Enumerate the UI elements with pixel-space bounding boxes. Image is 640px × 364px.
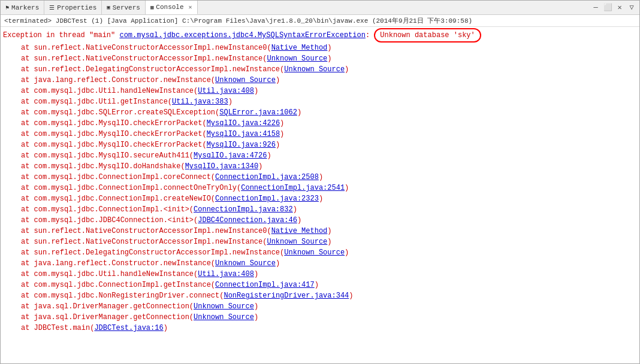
tab-console-label: Console [156, 4, 183, 11]
stack-line-22: at com.mysql.jdbc.Util.handleNewInstance… [3, 269, 637, 280]
console-icon: ▦ [150, 4, 153, 11]
terminated-bar: <terminated> JDBCTest (1) [Java Applicat… [1, 15, 639, 27]
eclipse-window: ⚑ Markers ☰ Properties ▣ Servers ▦ Conso… [0, 0, 640, 364]
stack-line-13: at com.mysql.jdbc.ConnectionImpl.coreCon… [3, 172, 637, 183]
markers-icon: ⚑ [5, 4, 9, 11]
stack-line-10: at com.mysql.jdbc.MysqlIO.checkErrorPack… [3, 139, 637, 150]
stack-line-23: at com.mysql.jdbc.ConnectionImpl.getInst… [3, 280, 637, 290]
stack-line-7: at com.mysql.jdbc.SQLError.createSQLExce… [3, 107, 637, 118]
stack-line-14: at com.mysql.jdbc.ConnectionImpl.connect… [3, 183, 637, 193]
exception-colon: : [366, 31, 374, 40]
view-menu-btn[interactable]: ▽ [626, 2, 637, 13]
exception-class-link[interactable]: com.mysql.jdbc.exceptions.jdbc4.MySQLSyn… [119, 31, 365, 40]
stack-line-15: at com.mysql.jdbc.ConnectionImpl.createN… [3, 193, 637, 204]
tab-properties[interactable]: ☰ Properties [44, 1, 102, 14]
stack-line-16: at com.mysql.jdbc.ConnectionImpl.<init>(… [3, 204, 637, 215]
stack-line-11: at com.mysql.jdbc.MysqlIO.secureAuth411(… [3, 150, 637, 161]
tab-markers-label: Markers [11, 4, 39, 11]
terminated-text: <terminated> JDBCTest (1) [Java Applicat… [4, 16, 472, 25]
stack-line-3: at sun.reflect.DelegatingConstructorAcce… [3, 64, 637, 75]
tab-markers[interactable]: ⚑ Markers [1, 1, 44, 14]
exception-prefix: Exception in thread "main" [3, 31, 119, 40]
tab-bar: ⚑ Markers ☰ Properties ▣ Servers ▦ Conso… [1, 1, 639, 15]
stack-line-25: at java.sql.DriverManager.getConnection(… [3, 301, 637, 312]
minimize-btn[interactable]: — [590, 2, 601, 13]
tab-bar-right: — ⬜ ✕ ▽ [590, 2, 639, 13]
stack-line-24: at com.mysql.jdbc.NonRegisteringDriver.c… [3, 290, 637, 301]
stack-line-18: at sun.reflect.NativeConstructorAccessor… [3, 226, 637, 236]
stack-line-1: at sun.reflect.NativeConstructorAccessor… [3, 43, 637, 53]
stack-line-21: at java.lang.reflect.Constructor.newInst… [3, 258, 637, 269]
exception-message-highlighted: Unknown database 'sky' [374, 28, 481, 43]
stack-line-26: at java.sql.DriverManager.getConnection(… [3, 312, 637, 323]
stack-line-19: at sun.reflect.NativeConstructorAccessor… [3, 236, 637, 247]
tab-servers[interactable]: ▣ Servers [102, 1, 146, 14]
stack-line-2: at sun.reflect.NativeConstructorAccessor… [3, 53, 637, 64]
close-view-btn[interactable]: ✕ [614, 2, 625, 13]
tab-servers-label: Servers [113, 4, 140, 11]
tab-bar-left: ⚑ Markers ☰ Properties ▣ Servers ▦ Conso… [1, 1, 198, 14]
stack-line-5: at com.mysql.jdbc.Util.handleNewInstance… [3, 86, 637, 96]
maximize-btn[interactable]: ⬜ [602, 2, 613, 13]
stack-line-20: at sun.reflect.DelegatingConstructorAcce… [3, 247, 637, 258]
console-content[interactable]: Exception in thread "main" com.mysql.jdb… [1, 27, 639, 363]
stack-line-27: at JDBCTest.main(JDBCTest.java:16) [3, 323, 637, 333]
stack-line-12: at com.mysql.jdbc.MysqlIO.doHandshake(My… [3, 161, 637, 172]
servers-icon: ▣ [107, 4, 110, 11]
exception-line: Exception in thread "main" com.mysql.jdb… [3, 28, 637, 43]
console-close-icon[interactable]: ✕ [189, 4, 192, 11]
properties-icon: ☰ [49, 4, 55, 11]
stack-line-6: at com.mysql.jdbc.Util.getInstance(Util.… [3, 96, 637, 107]
tab-console[interactable]: ▦ Console ✕ [146, 1, 198, 14]
tab-properties-label: Properties [57, 4, 96, 11]
stack-line-17: at com.mysql.jdbc.JDBC4Connection.<init>… [3, 215, 637, 226]
stack-line-8: at com.mysql.jdbc.MysqlIO.checkErrorPack… [3, 118, 637, 129]
stack-line-9: at com.mysql.jdbc.MysqlIO.checkErrorPack… [3, 129, 637, 139]
stack-line-4: at java.lang.reflect.Constructor.newInst… [3, 75, 637, 86]
